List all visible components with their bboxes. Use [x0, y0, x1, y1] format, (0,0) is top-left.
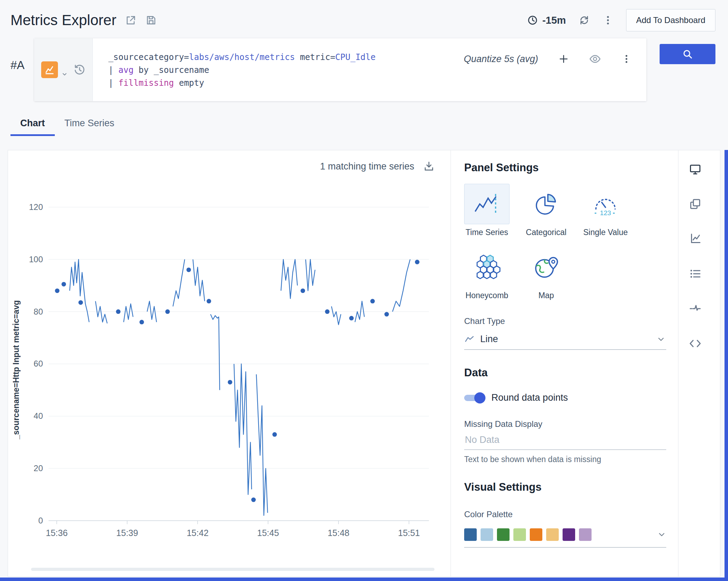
overlapping-panels-icon	[689, 198, 701, 210]
query-row: #A _sourcecategory=labs/aws/host/metrics…	[0, 33, 728, 101]
search-button[interactable]	[660, 44, 715, 64]
metrics-query-type-icon[interactable]	[41, 61, 58, 78]
y-axis-label: _sourcename=Http Input metric=avg	[8, 172, 24, 568]
save-icon[interactable]	[146, 15, 157, 26]
svg-text:15:51: 15:51	[398, 528, 420, 538]
gauge-number: 123	[600, 209, 611, 217]
missing-data-label: Missing Data Display	[464, 419, 666, 429]
time-range-value: -15m	[542, 15, 566, 26]
palette-swatch	[546, 528, 559, 541]
query-type-area	[34, 38, 93, 101]
palette-swatch	[481, 528, 493, 541]
honeycomb-icon	[464, 247, 510, 287]
horizontal-scrollbar[interactable]	[0, 578, 728, 581]
categorical-pie-icon	[523, 184, 569, 224]
palette-swatch	[513, 528, 526, 541]
round-data-points-label: Round data points	[491, 392, 568, 403]
query-card: _sourcecategory=labs/aws/host/metrics me…	[34, 38, 646, 101]
svg-text:15:48: 15:48	[328, 528, 350, 538]
top-header: Metrics Explorer -15m Add To Dashboard	[0, 0, 728, 33]
palette-swatch	[464, 528, 477, 541]
chart-type-label: Chart Type	[464, 316, 666, 326]
svg-text:20: 20	[34, 463, 43, 473]
panel-type-honeycomb[interactable]: Honeycomb	[464, 247, 510, 300]
download-icon[interactable]	[423, 161, 434, 172]
svg-text:100: 100	[29, 255, 43, 264]
color-palette-select[interactable]	[464, 528, 666, 548]
chart-pane: 1 matching time series _sourcename=Http …	[8, 150, 451, 576]
rail-axes-button[interactable]	[689, 233, 701, 245]
monitor-icon	[689, 163, 701, 175]
panel-type-map[interactable]: Map	[523, 247, 569, 300]
line-chart-mini-icon	[465, 336, 474, 343]
query-time-icon[interactable]	[73, 63, 86, 76]
palette-swatch	[579, 528, 592, 541]
chart-type-value: Line	[480, 334, 498, 345]
panel-type-time-series[interactable]: Time Series	[464, 184, 510, 237]
panel-settings-title: Panel Settings	[464, 161, 666, 174]
svg-text:15:39: 15:39	[116, 528, 138, 538]
svg-text:80: 80	[34, 307, 43, 316]
clock-icon	[527, 15, 538, 26]
svg-text:0: 0	[38, 516, 43, 525]
settings-rail	[678, 150, 712, 576]
vertical-scrollbar[interactable]	[725, 150, 728, 578]
color-palette-label: Color Palette	[464, 510, 666, 519]
tab-time-series[interactable]: Time Series	[55, 113, 124, 136]
palette-swatch	[563, 528, 575, 541]
svg-text:15:42: 15:42	[187, 528, 209, 538]
svg-text:60: 60	[34, 359, 43, 368]
query-overflow-menu-icon[interactable]	[621, 54, 632, 64]
visual-settings-title: Visual Settings	[464, 481, 666, 493]
chevron-down-icon	[656, 335, 666, 344]
time-series-icon	[464, 184, 510, 224]
code-icon	[689, 337, 701, 350]
header-actions: -15m Add To Dashboard	[527, 9, 715, 31]
matching-series-count: 1 matching time series	[320, 161, 414, 172]
toggle-knob	[474, 392, 485, 403]
rail-code-button[interactable]	[689, 337, 701, 350]
chart-type-select[interactable]: Line	[464, 326, 666, 350]
share-icon[interactable]	[125, 15, 136, 26]
palette-swatches	[464, 528, 592, 541]
query-row-label: #A	[10, 59, 24, 72]
rail-legend-button[interactable]	[689, 267, 701, 280]
timeseries-chart[interactable]: 02040608010012015:3615:3915:4215:4515:48…	[24, 172, 439, 554]
palette-swatch	[497, 528, 510, 541]
map-globe-icon	[523, 247, 569, 287]
missing-data-input[interactable]	[464, 429, 666, 450]
threshold-pulse-icon	[689, 302, 701, 315]
panel-type-single-value[interactable]: 123 Single Value	[583, 184, 628, 237]
svg-text:15:45: 15:45	[257, 528, 279, 538]
query-actions: Quantize 5s (avg)	[464, 53, 632, 65]
rail-threshold-button[interactable]	[689, 302, 701, 315]
single-value-gauge-icon: 123	[583, 184, 628, 224]
time-range-button[interactable]: -15m	[527, 15, 566, 26]
svg-text:15:36: 15:36	[46, 528, 68, 538]
axes-icon	[689, 233, 701, 245]
query-line-3: | fillmissing empty	[108, 77, 376, 90]
query-input[interactable]: _sourcecategory=labs/aws/host/metrics me…	[93, 38, 376, 101]
missing-data-help: Text to be shown when data is missing	[464, 455, 666, 464]
visibility-eye-icon[interactable]	[589, 53, 601, 65]
chart-horizontal-scrollbar[interactable]	[31, 568, 434, 571]
header-overflow-menu-icon[interactable]	[602, 15, 614, 26]
page-title: Metrics Explorer	[10, 12, 116, 29]
rail-overlay-button[interactable]	[689, 198, 701, 210]
query-line-1: _sourcecategory=labs/aws/host/metrics me…	[108, 51, 376, 64]
add-query-icon[interactable]	[558, 54, 569, 64]
panel-type-categorical[interactable]: Categorical	[523, 184, 569, 237]
round-data-points-toggle[interactable]	[464, 395, 484, 401]
rail-general-button[interactable]	[689, 163, 701, 175]
search-icon	[682, 49, 693, 59]
panel-settings: Panel Settings Time Series Categorical 1…	[451, 150, 678, 576]
quantize-label[interactable]: Quantize 5s (avg)	[464, 54, 538, 65]
add-to-dashboard-button[interactable]: Add To Dashboard	[626, 9, 715, 31]
chevron-down-icon	[657, 530, 666, 539]
tab-chart[interactable]: Chart	[10, 113, 55, 136]
refresh-icon[interactable]	[579, 15, 590, 26]
view-tabs: Chart Time Series	[10, 113, 728, 136]
query-type-chevron-icon[interactable]	[61, 71, 68, 77]
svg-text:40: 40	[34, 411, 43, 421]
legend-list-icon	[689, 267, 701, 280]
